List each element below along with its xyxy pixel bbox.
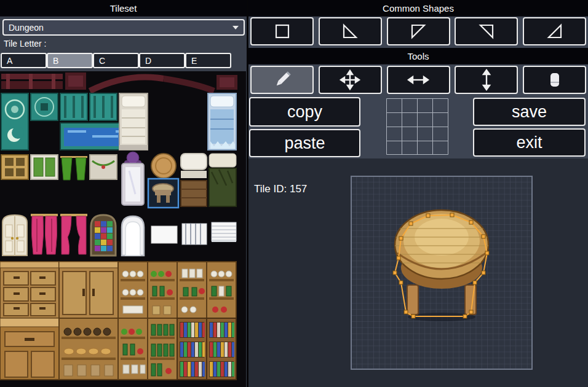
tileset-dropdown-value: Dungeon xyxy=(9,23,44,33)
tile-id-caption: Tile ID: xyxy=(254,183,287,195)
triangle-top-left-shape-icon xyxy=(406,19,431,44)
tileset-image-area[interactable] xyxy=(0,71,246,387)
common-shapes-header: Common Shapes xyxy=(248,0,588,17)
tile-letter-tabs: A B C D E xyxy=(1,53,231,68)
resize-horizontal-icon xyxy=(406,68,431,92)
tile-id-value: 157 xyxy=(290,183,307,195)
shape-triangle-bottom-left-button[interactable] xyxy=(319,17,382,45)
eraser-icon xyxy=(542,68,567,92)
save-button[interactable]: save xyxy=(473,98,586,126)
shape-triangle-top-left-button[interactable] xyxy=(387,17,450,45)
tab-letter-e[interactable]: E xyxy=(185,53,231,68)
tools-header: Tools xyxy=(248,48,588,64)
subtile-grid[interactable] xyxy=(386,98,448,155)
tileset-image[interactable] xyxy=(0,71,246,387)
triangle-bottom-right-shape-icon xyxy=(542,19,567,44)
editor-panel: Common Shapes Tools xyxy=(248,0,588,387)
shape-triangle-top-right-button[interactable] xyxy=(455,17,518,45)
paste-button[interactable]: paste xyxy=(249,129,360,157)
tool-move-button[interactable] xyxy=(319,66,382,94)
square-shape-icon xyxy=(270,19,295,44)
tools-title-text: Tools xyxy=(407,51,429,61)
tool-buttons-row xyxy=(248,66,588,94)
selected-tile-highlight[interactable] xyxy=(148,179,178,208)
tool-resize-vertical-button[interactable] xyxy=(455,66,518,94)
collision-editor-canvas[interactable] xyxy=(351,176,533,370)
tileset-panel: Tileset Dungeon Tile Letter : A B C D E xyxy=(0,0,247,387)
tool-eraser-button[interactable] xyxy=(523,66,586,94)
resize-vertical-icon xyxy=(474,68,499,92)
tile-id-label: Tile ID: 157 xyxy=(254,183,307,195)
copy-button[interactable]: copy xyxy=(249,97,360,127)
tab-letter-a[interactable]: A xyxy=(1,53,47,68)
tile-letter-label: Tile Letter : xyxy=(4,39,47,49)
collision-editor-svg[interactable] xyxy=(351,176,533,370)
shape-triangle-bottom-right-button[interactable] xyxy=(523,17,586,45)
exit-button[interactable]: exit xyxy=(473,128,586,157)
tab-letter-d[interactable]: D xyxy=(139,53,185,68)
triangle-bottom-left-shape-icon xyxy=(338,19,362,44)
tab-letter-c[interactable]: C xyxy=(93,53,139,68)
tool-pencil-button[interactable] xyxy=(250,66,314,94)
tab-letter-b[interactable]: B xyxy=(47,53,93,68)
triangle-top-right-shape-icon xyxy=(474,19,499,44)
shape-buttons-row xyxy=(248,17,588,45)
common-shapes-title-text: Common Shapes xyxy=(383,3,454,14)
tool-resize-horizontal-button[interactable] xyxy=(387,66,450,94)
shape-square-button[interactable] xyxy=(250,17,314,45)
collision-preview-area: Tile ID: 157 xyxy=(248,158,588,387)
subtile-grid-lines xyxy=(386,98,448,155)
tiles-wood-furniture xyxy=(0,262,236,380)
tileset-dropdown[interactable]: Dungeon xyxy=(2,19,245,36)
pencil-icon xyxy=(270,68,295,92)
move-icon xyxy=(338,68,362,92)
chevron-down-icon xyxy=(232,26,239,29)
tileset-panel-title: Tileset xyxy=(0,0,247,17)
tileset-panel-title-text: Tileset xyxy=(110,3,137,14)
